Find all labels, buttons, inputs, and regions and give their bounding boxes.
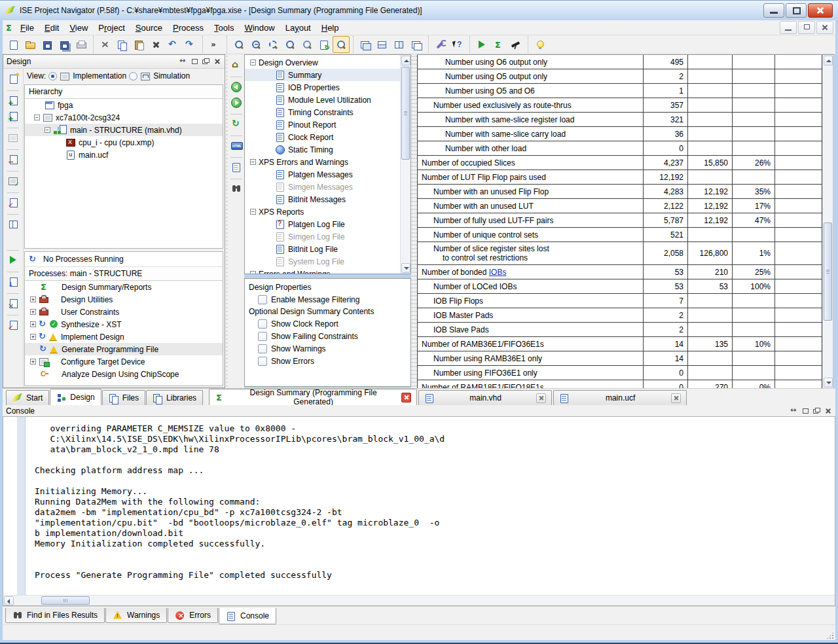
overview-item-bitinit-log-file[interactable]: BitInit Log File xyxy=(245,243,400,255)
refresh-button[interactable] xyxy=(231,119,242,131)
scroll-thumb[interactable] xyxy=(401,67,410,160)
zoom-in-button[interactable] xyxy=(230,36,247,53)
minimize-button[interactable] xyxy=(763,3,784,18)
checkbox-show-clock-report[interactable] xyxy=(258,319,267,329)
menu-layout[interactable]: Layout xyxy=(280,21,316,35)
overview-item-clock-report[interactable]: Clock Report xyxy=(245,131,400,143)
rerun-process-button[interactable] xyxy=(8,277,18,289)
back-button[interactable] xyxy=(231,82,242,94)
overview-scrollbar[interactable] xyxy=(400,55,410,274)
design-properties-button[interactable] xyxy=(8,176,18,188)
tab-libraries[interactable]: Libraries xyxy=(146,390,203,405)
zoom-out-button[interactable] xyxy=(247,36,264,53)
overview-item-platgen-messages[interactable]: Platgen Messages xyxy=(245,168,400,181)
tab-start[interactable]: Start xyxy=(6,390,49,405)
scroll-down-button[interactable] xyxy=(401,263,410,273)
menu-source[interactable]: Source xyxy=(130,21,168,35)
cascade-windows-button[interactable] xyxy=(357,36,374,53)
expander-expand[interactable]: + xyxy=(30,321,36,327)
overview-item-iob-properties[interactable]: IOB Properties xyxy=(245,81,400,94)
menu-help[interactable]: Help xyxy=(316,21,344,35)
save-all-button[interactable] xyxy=(56,36,73,53)
doc-tab-main-vhd[interactable]: main.vhd xyxy=(418,390,552,405)
float-button[interactable] xyxy=(179,58,188,65)
vertical-splitter-right[interactable] xyxy=(411,54,417,388)
menu-process[interactable]: Process xyxy=(168,21,209,35)
bottom-tab-find-in-files-results[interactable]: Find in Files Results xyxy=(5,608,105,623)
bottom-tab-errors[interactable]: Errors xyxy=(168,608,218,623)
overview-item-simgen-messages[interactable]: Simgen Messages xyxy=(245,181,400,193)
maximize-button[interactable] xyxy=(191,58,199,65)
html-report-button[interactable] xyxy=(231,141,242,152)
doc-tab-design-summary-programming-file-generate[interactable]: Design Summary (Programming File Generat… xyxy=(209,389,417,405)
console-hscrollbar[interactable] xyxy=(3,595,835,605)
expander-expand[interactable]: + xyxy=(30,334,36,340)
expander-expand[interactable]: + xyxy=(30,309,36,315)
view-option-simulation[interactable]: Simulation xyxy=(153,71,190,80)
resize-grip[interactable] xyxy=(826,632,834,639)
close-button[interactable] xyxy=(213,58,221,65)
dock-button[interactable] xyxy=(812,407,821,415)
overview-item-simgen-log-file[interactable]: Simgen Log File xyxy=(245,230,400,243)
cut-button[interactable] xyxy=(97,36,114,53)
expander-collapse[interactable]: − xyxy=(45,127,50,133)
remove-source-button[interactable] xyxy=(8,154,18,166)
doc-tab-main-ucf[interactable]: main.ucf xyxy=(553,390,687,405)
overview-item-platgen-log-file[interactable]: Platgen Log File xyxy=(245,218,400,230)
force-rerun-process-button[interactable] xyxy=(8,320,18,332)
overview-item-pinout-report[interactable]: Pinout Report xyxy=(245,118,400,131)
expander-collapse[interactable]: − xyxy=(250,60,256,65)
expander-expand[interactable]: + xyxy=(30,359,36,365)
home-button[interactable] xyxy=(231,60,242,72)
new-source-button[interactable] xyxy=(8,74,18,86)
forward-button[interactable] xyxy=(231,98,242,109)
restore-button[interactable] xyxy=(786,3,807,18)
zoom-box-button[interactable] xyxy=(282,36,299,53)
layout-columns-button[interactable] xyxy=(8,219,18,231)
close-button[interactable] xyxy=(808,3,833,18)
redo-button[interactable] xyxy=(182,36,199,53)
check-doc-button[interactable] xyxy=(8,198,18,209)
process-item-synthesize-xst[interactable]: +Synthesize - XST xyxy=(25,318,223,331)
expander-collapse[interactable]: − xyxy=(250,271,256,274)
scroll-thumb[interactable] xyxy=(41,596,90,605)
add-copy-source-button[interactable] xyxy=(8,111,18,123)
menu-view[interactable]: View xyxy=(64,21,93,35)
tab-design[interactable]: Design xyxy=(50,389,101,405)
expander-collapse[interactable]: − xyxy=(250,159,256,165)
new-document-button[interactable] xyxy=(5,36,22,53)
undo-button[interactable] xyxy=(165,36,182,53)
copy-button[interactable] xyxy=(114,36,131,53)
hierarchy-item-main-ucf[interactable]: main.ucf xyxy=(25,149,223,161)
overview-item-errors-and-warnings[interactable]: −Errors and Warnings xyxy=(245,268,400,274)
dock-button[interactable] xyxy=(202,58,210,65)
menu-file[interactable]: File xyxy=(15,21,39,35)
mdi-close-button[interactable] xyxy=(816,21,833,34)
overview-item-module-level-utilization[interactable]: Module Level Utilization xyxy=(245,94,400,106)
float-button[interactable] xyxy=(790,407,799,415)
overflow-chevron-button[interactable] xyxy=(206,36,223,53)
scroll-down-button[interactable] xyxy=(824,378,833,387)
process-item-analyze-design-using-chipscope[interactable]: Analyze Design Using ChipScope xyxy=(25,368,223,380)
process-item-implement-design[interactable]: +Implement Design xyxy=(25,331,223,343)
tile-vertical-button[interactable] xyxy=(391,36,408,53)
iobs-link[interactable]: IOBs xyxy=(489,268,507,277)
bottom-tab-console[interactable]: Console xyxy=(219,608,276,624)
checkbox-show-warnings[interactable] xyxy=(258,344,267,353)
tile-horizontal-button[interactable] xyxy=(374,36,391,53)
scroll-thumb[interactable] xyxy=(824,223,832,321)
checkbox-enable-message-filtering[interactable] xyxy=(258,295,267,304)
overview-item-design-overview[interactable]: −Design Overview xyxy=(245,56,400,69)
context-help-button[interactable] xyxy=(449,36,466,53)
close-tab-button[interactable] xyxy=(536,393,546,403)
view-radio-implementation[interactable] xyxy=(48,72,57,80)
menu-tools[interactable]: Tools xyxy=(209,21,239,35)
maximize-button[interactable] xyxy=(801,407,810,415)
scroll-up-button[interactable] xyxy=(824,56,833,65)
close-tab-button[interactable] xyxy=(671,393,681,403)
tab-files[interactable]: Files xyxy=(102,390,145,405)
checkbox-show-failing-constraints[interactable] xyxy=(258,332,267,341)
mdi-minimize-button[interactable] xyxy=(780,21,797,34)
process-item-design-utilities[interactable]: +Design Utilities xyxy=(25,293,223,306)
find-binoculars-button[interactable] xyxy=(231,184,242,196)
